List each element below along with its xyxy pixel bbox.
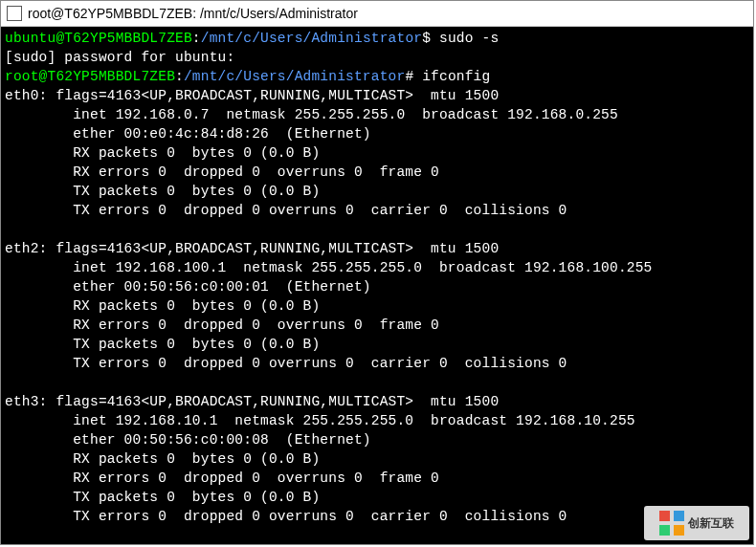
ifconfig-output-line: RX errors 0 dropped 0 overruns 0 frame 0 bbox=[5, 317, 439, 333]
watermark-text: 创新互联 bbox=[688, 517, 735, 529]
ifconfig-output-line: TX packets 0 bytes 0 (0.0 B) bbox=[5, 184, 320, 199]
root-prompt-path: /mnt/c/Users/Administrator bbox=[184, 69, 405, 84]
ifconfig-output-line: inet 192.168.100.1 netmask 255.255.255.0… bbox=[5, 260, 653, 275]
ifconfig-output-line: inet 192.168.0.7 netmask 255.255.255.0 b… bbox=[5, 107, 618, 122]
root-prompt-user-host: root@T62YP5MBBDL7ZEB bbox=[5, 69, 175, 84]
sudo-password-prompt: [sudo] password for ubuntu: bbox=[5, 50, 234, 65]
ifconfig-output-line: ether 00:50:56:c0:00:01 (Ethernet) bbox=[5, 279, 371, 295]
ifconfig-output-line: RX packets 0 bytes 0 (0.0 B) bbox=[5, 145, 320, 161]
ifconfig-output-line: TX packets 0 bytes 0 (0.0 B) bbox=[5, 490, 320, 505]
ifconfig-output-line: RX packets 0 bytes 0 (0.0 B) bbox=[5, 451, 320, 467]
ifconfig-output-line: TX errors 0 dropped 0 overruns 0 carrier… bbox=[5, 356, 567, 371]
prompt-sep: : bbox=[175, 69, 184, 84]
window-icon bbox=[7, 6, 22, 21]
ifconfig-output-line: RX errors 0 dropped 0 overruns 0 frame 0 bbox=[5, 164, 439, 180]
terminal-window: root@T62YP5MBBDL7ZEB: /mnt/c/Users/Admin… bbox=[0, 0, 754, 545]
window-titlebar[interactable]: root@T62YP5MBBDL7ZEB: /mnt/c/Users/Admin… bbox=[1, 1, 753, 27]
terminal-body[interactable]: ubuntu@T62YP5MBBDL7ZEB:/mnt/c/Users/Admi… bbox=[1, 27, 753, 544]
watermark-icon bbox=[659, 511, 684, 536]
window-title: root@T62YP5MBBDL7ZEB: /mnt/c/Users/Admin… bbox=[28, 6, 358, 21]
ifconfig-output-line: eth2: flags=4163<UP,BROADCAST,RUNNING,MU… bbox=[5, 241, 499, 256]
command-input: ifconfig bbox=[413, 69, 490, 84]
ifconfig-output-line: TX packets 0 bytes 0 (0.0 B) bbox=[5, 337, 320, 352]
ifconfig-output-line: ether 00:50:56:c0:00:08 (Ethernet) bbox=[5, 432, 371, 448]
ifconfig-output-line: TX errors 0 dropped 0 overruns 0 carrier… bbox=[5, 509, 567, 524]
prompt-suffix: $ bbox=[422, 31, 431, 46]
prompt-sep: : bbox=[192, 31, 201, 46]
ifconfig-output-line: TX errors 0 dropped 0 overruns 0 carrier… bbox=[5, 203, 567, 218]
ifconfig-output-line: eth0: flags=4163<UP,BROADCAST,RUNNING,MU… bbox=[5, 88, 499, 103]
watermark-logo: 创新互联 bbox=[644, 506, 749, 540]
ifconfig-output-line: RX packets 0 bytes 0 (0.0 B) bbox=[5, 298, 320, 314]
prompt-path: /mnt/c/Users/Administrator bbox=[201, 31, 422, 46]
ifconfig-output-line: inet 192.168.10.1 netmask 255.255.255.0 … bbox=[5, 413, 635, 428]
prompt-suffix: # bbox=[405, 69, 413, 84]
ifconfig-output-line: RX errors 0 dropped 0 overruns 0 frame 0 bbox=[5, 470, 439, 486]
prompt-user-host: ubuntu@T62YP5MBBDL7ZEB bbox=[5, 31, 192, 46]
ifconfig-output-line: ether 00:e0:4c:84:d8:26 (Ethernet) bbox=[5, 126, 371, 142]
ifconfig-output-line: eth3: flags=4163<UP,BROADCAST,RUNNING,MU… bbox=[5, 394, 499, 409]
command-input: sudo -s bbox=[431, 31, 499, 46]
